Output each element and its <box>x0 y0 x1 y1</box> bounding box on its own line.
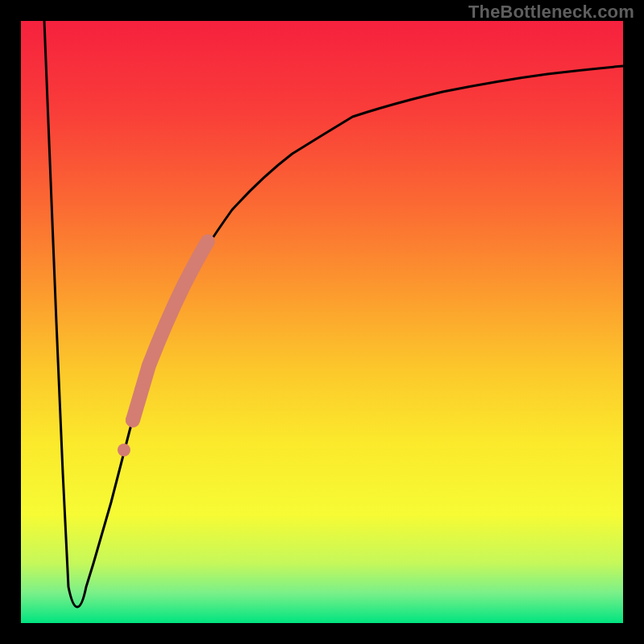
highlight-dot <box>126 414 138 427</box>
highlight-dot <box>134 384 147 397</box>
chart-container: TheBottleneck.com <box>0 0 644 644</box>
bottleneck-chart <box>0 0 644 644</box>
plot-background-gradient <box>21 21 623 623</box>
brand-watermark: TheBottleneck.com <box>469 2 634 23</box>
highlight-dot <box>118 444 130 456</box>
